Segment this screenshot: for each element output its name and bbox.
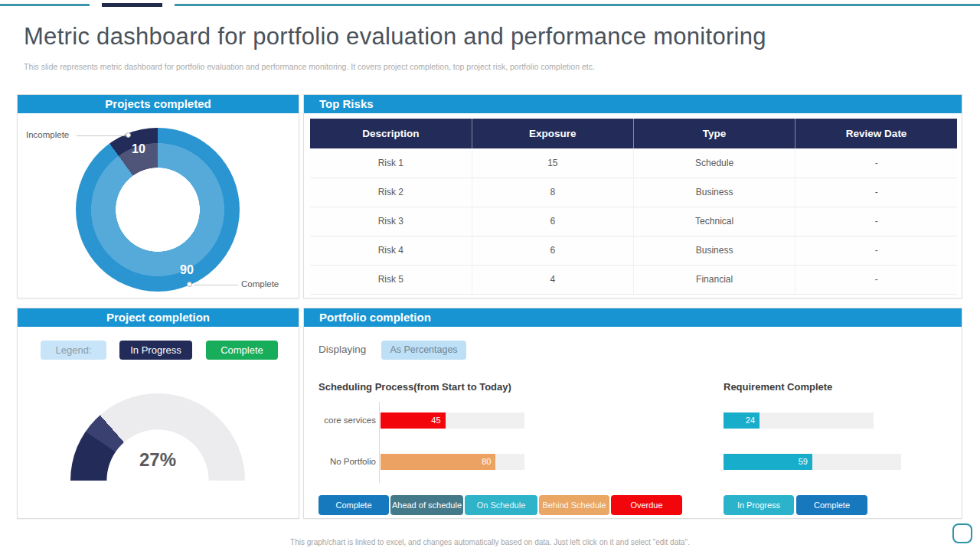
- donut-label-incomplete: Incomplete: [26, 130, 69, 139]
- table-row: Risk 28Business-: [310, 178, 957, 207]
- legend-button-ahead-of-schedule[interactable]: Ahead of schedule: [390, 495, 463, 515]
- legend-button-overdue[interactable]: Overdue: [611, 495, 682, 515]
- callout-line: [194, 285, 238, 285]
- gauge-percent-label: 27%: [119, 449, 196, 471]
- bar-label-no-portfolio: No Portfolio: [309, 457, 376, 466]
- table-cell: Risk 4: [310, 236, 472, 265]
- bar-label-core-services: core services: [309, 416, 376, 425]
- table-cell: Risk 1: [310, 148, 472, 178]
- legend-button-on-schedule[interactable]: On Schedule: [465, 495, 537, 515]
- slide: Metric dashboard for portfolio evaluatio…: [0, 0, 980, 551]
- legend-button-behind-schedule[interactable]: Behind Schedule: [539, 495, 609, 515]
- table-row: Risk 36Technical-: [310, 207, 957, 236]
- bar-track: 80: [381, 454, 524, 470]
- callout-marker: [126, 132, 131, 138]
- column-header-type: Type: [634, 119, 795, 148]
- projects-completed-donut-chart[interactable]: [76, 128, 240, 292]
- table-cell: Schedule: [634, 148, 795, 178]
- callout-line: [77, 135, 126, 136]
- corner-decoration-square: [952, 523, 972, 543]
- legend-button-complete-right[interactable]: Complete: [796, 495, 867, 515]
- table-row: Risk 115Schedule-: [310, 148, 957, 178]
- bar-no-portfolio[interactable]: 80: [381, 454, 495, 470]
- legend-in-progress-chip[interactable]: In Progress: [119, 341, 192, 360]
- bar-track: 45: [381, 412, 524, 429]
- table-cell: 15: [472, 148, 633, 178]
- callout-marker: [187, 282, 192, 287]
- top-accent-navy-segment: [102, 3, 162, 7]
- table-cell: Technical: [634, 207, 795, 236]
- legend-button-in-progress[interactable]: In Progress: [724, 495, 794, 515]
- table-cell: Business: [634, 178, 795, 207]
- legend-button-complete[interactable]: Complete: [318, 495, 389, 515]
- bar-axis-line: [379, 402, 380, 483]
- requirement-complete-heading: Requirement Complete: [724, 381, 832, 393]
- donut-value-incomplete: 10: [119, 142, 158, 156]
- table-cell: Business: [634, 236, 795, 265]
- projects-completed-panel: Projects completed 10 90 Incomplete Comp…: [17, 94, 299, 298]
- table-cell: 6: [472, 207, 633, 236]
- top-risks-table: DescriptionExposureTypeReview Date Risk …: [310, 119, 957, 295]
- table-cell: Risk 3: [310, 207, 472, 236]
- column-header-review-date: Review Date: [795, 119, 957, 148]
- table-cell: -: [795, 148, 957, 178]
- table-cell: -: [795, 265, 957, 294]
- table-cell: 6: [472, 236, 633, 265]
- as-percentages-chip[interactable]: As Percentages: [381, 341, 466, 360]
- table-row: Risk 46Business-: [310, 236, 957, 265]
- bar-core-services[interactable]: 45: [381, 412, 446, 429]
- donut-label-complete: Complete: [241, 279, 279, 289]
- table-cell: -: [795, 178, 957, 207]
- table-cell: Financial: [634, 265, 795, 294]
- table-cell: -: [795, 236, 957, 265]
- table-row: Risk 54Financial-: [310, 265, 957, 294]
- portfolio-completion-panel: Portfolio completion Displaying As Perce…: [303, 308, 962, 519]
- top-accent-gap: [90, 2, 102, 8]
- project-completion-panel: Project completion Legend: In Progress C…: [17, 308, 299, 519]
- donut-value-complete: 90: [168, 263, 206, 277]
- scheduling-process-heading: Scheduling Process(from Start to Today): [318, 381, 511, 393]
- top-risks-panel: Top Risks DescriptionExposureTypeReview …: [303, 94, 962, 298]
- top-risks-header: Top Risks: [304, 95, 962, 113]
- legend-complete-chip[interactable]: Complete: [206, 341, 278, 360]
- column-header-description: Description: [310, 119, 472, 148]
- table-cell: 8: [472, 178, 633, 207]
- displaying-label: Displaying: [318, 344, 366, 355]
- footer-note: This graph/chart is linked to excel, and…: [0, 538, 980, 546]
- bar-requirement-2[interactable]: 59: [724, 454, 812, 470]
- bar-track: 24: [724, 412, 874, 429]
- table-cell: -: [795, 207, 957, 236]
- project-completion-header: Project completion: [18, 308, 299, 327]
- portfolio-completion-header: Portfolio completion: [304, 308, 962, 327]
- table-cell: Risk 5: [310, 265, 472, 294]
- projects-completed-header: Projects completed: [18, 95, 299, 113]
- column-header-exposure: Exposure: [472, 119, 633, 148]
- page-subtitle: This slide represents metric dashboard f…: [24, 62, 595, 71]
- table-header-row: DescriptionExposureTypeReview Date: [310, 119, 957, 148]
- table-cell: Risk 2: [310, 178, 472, 207]
- top-accent-gap: [162, 2, 175, 8]
- bar-track: 59: [724, 454, 901, 470]
- bar-requirement-1[interactable]: 24: [724, 412, 760, 429]
- legend-label-chip: Legend:: [41, 341, 106, 360]
- table-cell: 4: [472, 265, 633, 294]
- page-title: Metric dashboard for portfolio evaluatio…: [24, 23, 766, 51]
